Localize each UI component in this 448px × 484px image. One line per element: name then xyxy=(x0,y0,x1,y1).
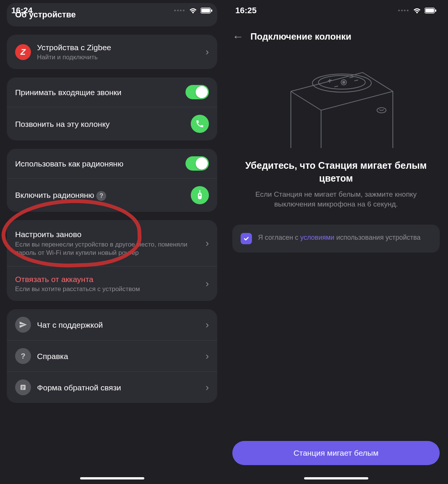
status-time: 16:24 xyxy=(11,6,32,15)
zigbee-title: Устройства с Zigbee xyxy=(37,42,202,52)
confirm-button[interactable]: Станция мигает белым xyxy=(232,441,440,465)
cellular-dots-icon: •••• xyxy=(174,7,185,14)
call-button[interactable] xyxy=(191,115,209,133)
reconfigure-sub: Если вы перенесли устройство в другое ме… xyxy=(15,240,202,257)
speaker-illustration xyxy=(224,50,448,152)
baby-monitor-button[interactable] xyxy=(191,186,209,204)
feedback-label: Форма обратной связи xyxy=(37,382,202,393)
svg-line-20 xyxy=(354,80,358,81)
chevron-right-icon: › xyxy=(205,382,209,393)
help-row[interactable]: ? Справка › xyxy=(7,340,217,371)
svg-point-6 xyxy=(199,190,201,191)
wifi-icon xyxy=(188,7,198,14)
status-bar: 16:24 •••• xyxy=(0,0,224,21)
use-baby-monitor-label: Использовать как радионяню xyxy=(15,159,185,169)
agree-box[interactable]: Я согласен с условиями использования уст… xyxy=(232,225,440,253)
svg-line-21 xyxy=(334,86,338,87)
use-baby-monitor-toggle[interactable] xyxy=(185,156,209,171)
chevron-right-icon: › xyxy=(205,46,209,58)
feedback-icon xyxy=(15,379,31,395)
incoming-calls-toggle[interactable] xyxy=(185,85,209,99)
chevron-right-icon: › xyxy=(205,278,209,290)
baby-monitor-card: Использовать как радионяню Включить ради… xyxy=(7,149,217,212)
agree-text: Я согласен с условиями использования уст… xyxy=(258,233,420,242)
walkie-talkie-icon xyxy=(195,190,204,200)
svg-line-22 xyxy=(349,77,353,78)
home-indicator xyxy=(304,477,368,479)
svg-point-17 xyxy=(343,81,345,83)
unlink-sub: Если вы хотите расстаться с устройством xyxy=(15,285,202,293)
reconfigure-title: Настроить заново xyxy=(15,229,202,239)
call-speaker-label: Позвонить на эту колонку xyxy=(15,119,191,129)
svg-rect-2 xyxy=(211,9,212,12)
help-icon[interactable]: ? xyxy=(96,191,106,201)
status-time: 16:25 xyxy=(235,6,256,15)
reconfigure-row[interactable]: Настроить заново Если вы перенесли устро… xyxy=(7,220,217,266)
zigbee-card: Z Устройства с Zigbee Найти и подключить… xyxy=(7,35,217,69)
cellular-dots-icon: •••• xyxy=(398,7,409,14)
enable-baby-monitor-row[interactable]: Включить радионяню? xyxy=(7,178,217,212)
feedback-row[interactable]: Форма обратной связи › xyxy=(7,371,217,403)
page-header: ← Подключение колонки xyxy=(224,21,448,50)
main-heading: Убедитесь, что Станция мигает белым цвет… xyxy=(224,152,448,190)
phone-icon xyxy=(195,119,204,128)
calls-card: Принимать входящие звонки Позвонить на э… xyxy=(7,77,217,140)
status-bar: 16:25 •••• xyxy=(224,0,448,21)
support-chat-label: Чат с поддержкой xyxy=(37,320,202,330)
home-indicator xyxy=(80,477,144,479)
enable-baby-monitor-label: Включить радионяню? xyxy=(15,190,191,201)
chevron-right-icon: › xyxy=(205,350,209,362)
svg-rect-1 xyxy=(201,9,210,12)
chevron-right-icon: › xyxy=(205,237,209,249)
wifi-icon xyxy=(412,7,422,14)
page-title: Подключение колонки xyxy=(250,31,351,42)
agree-checkbox[interactable] xyxy=(241,233,252,244)
support-chat-icon xyxy=(15,317,31,333)
svg-point-4 xyxy=(199,194,201,196)
zigbee-sub: Найти и подключить xyxy=(37,53,202,62)
reconfigure-card: Настроить заново Если вы перенесли устро… xyxy=(7,220,217,301)
battery-icon xyxy=(201,8,213,14)
zigbee-row[interactable]: Z Устройства с Zigbee Найти и подключить… xyxy=(7,35,217,69)
support-chat-row[interactable]: Чат с поддержкой › xyxy=(7,309,217,340)
back-arrow-icon[interactable]: ← xyxy=(232,30,244,43)
unlink-title: Отвязать от аккаунта xyxy=(15,274,202,284)
settings-screen: 16:24 •••• Об устройстве Z Устройства с … xyxy=(0,0,224,484)
sub-text: Если Станция не мигает белым, зажмите кн… xyxy=(224,190,448,210)
terms-link[interactable]: условиями xyxy=(300,234,334,241)
check-icon xyxy=(243,236,249,242)
connect-speaker-screen: 16:25 •••• ← Подключение колонки xyxy=(224,0,448,484)
battery-icon xyxy=(425,8,437,14)
help-label: Справка xyxy=(37,351,202,361)
support-card: Чат с поддержкой › ? Справка › Форма обр… xyxy=(7,309,217,403)
chevron-right-icon: › xyxy=(205,319,209,331)
zigbee-icon: Z xyxy=(15,44,31,60)
svg-rect-12 xyxy=(425,9,434,12)
help-row-icon: ? xyxy=(15,348,31,364)
incoming-calls-label: Принимать входящие звонки xyxy=(15,87,185,97)
call-speaker-row[interactable]: Позвонить на эту колонку xyxy=(7,107,217,140)
svg-rect-13 xyxy=(435,9,436,12)
unlink-row[interactable]: Отвязать от аккаунта Если вы хотите расс… xyxy=(7,266,217,301)
incoming-calls-row[interactable]: Принимать входящие звонки xyxy=(7,77,217,107)
use-baby-monitor-row[interactable]: Использовать как радионяню xyxy=(7,149,217,178)
